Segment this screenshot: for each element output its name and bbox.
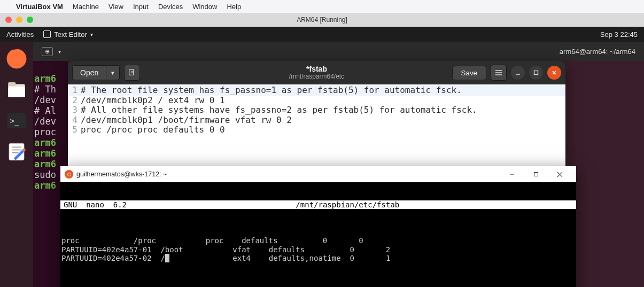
svg-rect-2 xyxy=(8,82,15,86)
menu-devices[interactable]: Devices xyxy=(158,3,183,11)
dock-text-editor[interactable] xyxy=(4,139,29,165)
term-line: arm6 xyxy=(34,180,56,191)
topbar-app-label: Text Editor xyxy=(54,30,87,38)
vm-window-title: ARM64 [Running] xyxy=(297,16,347,24)
editor-line[interactable]: 5proc /proc proc defaults 0 0 xyxy=(68,125,565,135)
gedit-document-path: /mnt/rasparm64/etc xyxy=(289,73,344,81)
caret-down-icon: ▾ xyxy=(90,32,93,37)
menu-input[interactable]: Input xyxy=(133,3,149,11)
svg-rect-3 xyxy=(8,87,25,97)
window-close-icon[interactable] xyxy=(5,17,12,23)
term-line: arm6 xyxy=(34,73,56,84)
editor-line[interactable]: 3# All other file systems have fs_passno… xyxy=(68,105,565,115)
macos-menubar: VirtualBox VM Machine View Input Devices… xyxy=(0,0,644,13)
gedit-document-title: *fstab xyxy=(289,65,344,73)
bg-terminal-title: arm64@arm64: ~/arm64 xyxy=(560,48,635,56)
term-line: arm6 xyxy=(34,137,56,148)
dock-firefox[interactable] xyxy=(4,46,29,72)
gnome-dock: >_ xyxy=(0,42,33,287)
new-tab-button[interactable] xyxy=(124,65,140,81)
gedit-minimize-button[interactable] xyxy=(511,66,525,80)
files-icon xyxy=(5,79,28,101)
text-editor-dock-icon xyxy=(5,141,28,163)
vm-window-titlebar: ARM64 [Running] xyxy=(0,13,644,27)
ubuntu-wsl-icon xyxy=(65,170,73,179)
close-icon xyxy=(552,70,557,75)
line-text: # All other file systems have fs_passno=… xyxy=(81,105,477,115)
gedit-close-button[interactable] xyxy=(547,66,561,80)
line-text: # The root file system has fs_passno=1 a… xyxy=(81,86,462,96)
menu-app-name[interactable]: VirtualBox VM xyxy=(16,3,63,11)
nano-editor[interactable]: GNU nano 6.2/mnt/raspbian/etc/fstab proc… xyxy=(60,182,576,287)
maximize-icon xyxy=(533,70,539,75)
gedit-headerbar[interactable]: Open ▾ *fstab /mnt/rasparm64/etc Save xyxy=(68,61,565,84)
maximize-icon xyxy=(533,172,539,177)
gedit-title-area: *fstab /mnt/rasparm64/etc xyxy=(289,65,344,81)
save-button[interactable]: Save xyxy=(452,66,486,80)
gedit-text-area[interactable]: 1# The root file system has fs_passno=1 … xyxy=(68,84,565,167)
line-number: 4 xyxy=(68,115,81,126)
menu-machine[interactable]: Machine xyxy=(73,3,99,11)
window-minimize-icon[interactable] xyxy=(16,17,22,23)
gedit-maximize-button[interactable] xyxy=(529,66,543,80)
hamburger-icon xyxy=(495,69,502,76)
new-document-icon xyxy=(128,69,136,76)
background-terminal-window: ⊕ ▾ arm64@arm64: ~/arm64 xyxy=(33,42,644,63)
winterm-maximize-button[interactable] xyxy=(524,166,548,182)
terminal-icon: >_ xyxy=(5,110,28,132)
gnome-desktop: >_ ⊕ ▾ arm64@arm64: ~/arm64 arm6 # Th /d… xyxy=(0,42,644,287)
topbar-app-menu[interactable]: Text Editor ▾ xyxy=(43,30,92,38)
minimize-icon xyxy=(509,172,515,177)
winterm-title-text: guilhermematos@wks-1712: ~ xyxy=(76,170,167,178)
term-line: proc xyxy=(34,127,56,137)
dock-terminal[interactable]: >_ xyxy=(4,108,29,134)
term-line: /dev xyxy=(34,116,56,127)
editor-line[interactable]: 4/dev/mmcblk0p1 /boot/firmware vfat rw 0… xyxy=(68,115,565,126)
menu-window[interactable]: Window xyxy=(192,3,217,11)
line-number: 2 xyxy=(68,96,81,106)
menu-view[interactable]: View xyxy=(108,3,123,11)
winterm-minimize-button[interactable] xyxy=(500,166,524,182)
nano-line: PARTUUID=402e4a57-02 / ext4 defaults,noa… xyxy=(61,254,390,262)
nano-line: PARTUUID=402e4a57-01 /boot vfat defaults… xyxy=(61,245,390,254)
svg-rect-11 xyxy=(534,71,538,75)
winterm-close-button[interactable] xyxy=(548,166,572,182)
open-recent-caret[interactable]: ▾ xyxy=(106,65,120,80)
bg-terminal-titlebar[interactable]: ⊕ ▾ arm64@arm64: ~/arm64 xyxy=(33,42,644,61)
line-number: 3 xyxy=(68,105,81,115)
editor-line[interactable]: 2/dev/mmcblk0p2 / ext4 rw 0 1 xyxy=(68,96,565,106)
nano-cursor xyxy=(165,254,169,262)
term-line: arm6 xyxy=(34,148,56,159)
line-text: proc /proc proc defaults 0 0 xyxy=(81,125,225,135)
term-line: arm6 xyxy=(34,159,56,169)
open-button[interactable]: Open xyxy=(72,65,106,80)
term-line: /dev xyxy=(34,95,56,105)
window-zoom-icon[interactable] xyxy=(27,17,33,23)
gnome-topbar: Activities Text Editor ▾ Sep 3 22:45 xyxy=(0,27,644,42)
line-text: /dev/mmcblk0p1 /boot/firmware vfat rw 0 … xyxy=(81,115,292,126)
topbar-clock[interactable]: Sep 3 22:45 xyxy=(600,30,638,38)
nano-filename: /mnt/raspbian/etc/fstab xyxy=(296,200,399,210)
term-line: # Al xyxy=(34,105,56,116)
hamburger-menu-button[interactable] xyxy=(491,65,507,81)
nano-titlebar: GNU nano 6.2/mnt/raspbian/etc/fstab xyxy=(60,200,576,210)
dock-files[interactable] xyxy=(4,77,29,103)
activities-button[interactable]: Activities xyxy=(6,30,34,38)
svg-rect-12 xyxy=(534,173,538,176)
menu-help[interactable]: Help xyxy=(227,3,241,11)
winterm-titlebar[interactable]: guilhermematos@wks-1712: ~ xyxy=(60,166,576,182)
line-number: 5 xyxy=(68,125,81,135)
term-line: sudo xyxy=(34,169,56,180)
editor-line[interactable]: 1# The root file system has fs_passno=1 … xyxy=(68,86,565,96)
text-editor-icon xyxy=(43,30,51,38)
minimize-icon xyxy=(515,70,521,75)
line-text: /dev/mmcblk0p2 / ext4 rw 0 1 xyxy=(81,96,225,106)
caret-down-icon[interactable]: ▾ xyxy=(58,49,61,55)
firefox-icon xyxy=(5,48,28,70)
windows-terminal-window: guilhermematos@wks-1712: ~ GNU nano 6.2/… xyxy=(60,166,576,287)
tab-add-icon[interactable]: ⊕ xyxy=(42,47,53,56)
nano-line: proc /proc proc defaults 0 0 xyxy=(61,236,363,245)
nano-version: GNU nano 6.2 xyxy=(64,200,127,210)
term-line: # Th xyxy=(34,84,56,95)
macos-traffic-lights xyxy=(5,17,33,23)
